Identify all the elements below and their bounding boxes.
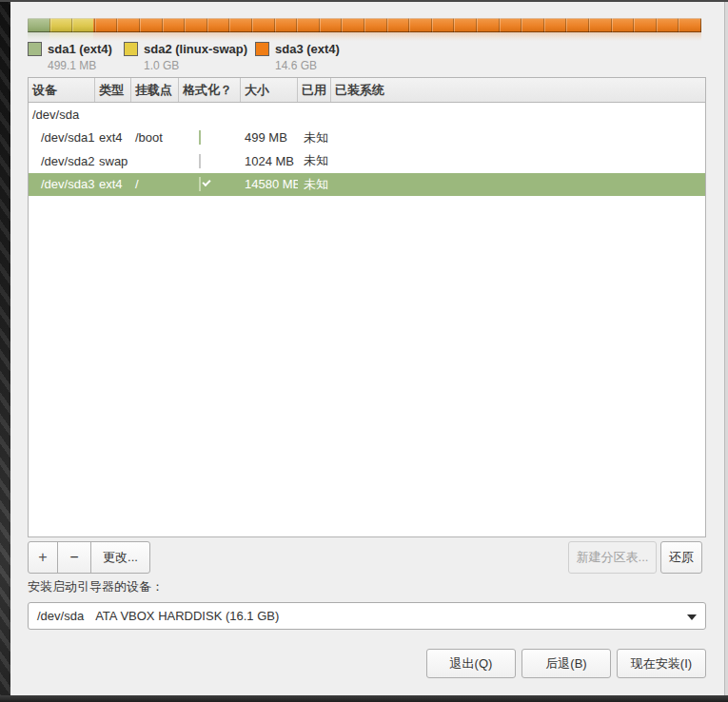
column-header-size[interactable]: 大小 xyxy=(241,78,298,102)
legend-label: sda1 (ext4) xyxy=(48,42,112,56)
cell-type: ext4 xyxy=(95,177,131,191)
legend-item-sda1: sda1 (ext4) 499.1 MB xyxy=(28,41,112,72)
partition-bar-cell-lines xyxy=(28,18,701,32)
column-header-used[interactable]: 已用 xyxy=(298,78,331,102)
partition-usage-bar xyxy=(28,18,701,32)
revert-button[interactable]: 还原 xyxy=(660,541,702,574)
column-header-type[interactable]: 类型 xyxy=(95,78,131,102)
back-button[interactable]: 后退(B) xyxy=(521,649,611,678)
table-row-sda2[interactable]: /dev/sda2 swap 1024 MB 未知 xyxy=(29,149,705,173)
cell-size: 1024 MB xyxy=(241,154,298,168)
dropdown-selected-device: /dev/sda xyxy=(37,609,84,623)
cell-mount: /boot xyxy=(131,130,179,145)
column-header-device[interactable]: 设备 xyxy=(29,78,95,102)
legend-label: sda2 (linux-swap) xyxy=(144,42,247,56)
install-now-button[interactable]: 现在安装(I) xyxy=(617,649,706,678)
quit-button[interactable]: 退出(Q) xyxy=(426,649,516,678)
change-partition-button[interactable]: 更改... xyxy=(90,541,150,574)
desktop-left-edge xyxy=(0,2,10,702)
legend-size: 1.0 GB xyxy=(144,59,247,72)
cell-type: ext4 xyxy=(95,130,131,145)
column-header-system[interactable]: 已装系统 xyxy=(331,78,705,102)
partition-table: 设备 类型 挂载点 格式化？ 大小 已用 已装系统 /dev/sda /dev/… xyxy=(28,77,706,537)
table-row-sda3-selected[interactable]: /dev/sda3 ext4 / 14580 MB 未知 xyxy=(29,173,705,197)
column-header-mount[interactable]: 挂载点 xyxy=(131,78,179,102)
cell-size: 14580 MB xyxy=(241,177,298,191)
partition-edit-button-group: + − 更改... xyxy=(28,541,150,574)
bootloader-device-label: 安装启动引导器的设备： xyxy=(28,578,164,595)
legend-item-sda2: sda2 (linux-swap) 1.0 GB xyxy=(124,41,247,72)
cell-device: /dev/sda1 xyxy=(29,130,95,145)
cell-device: /dev/sda xyxy=(29,107,238,122)
cell-device: /dev/sda3 xyxy=(29,177,95,191)
legend-size: 14.6 GB xyxy=(275,59,340,72)
chevron-down-icon xyxy=(687,614,697,620)
cell-device: /dev/sda2 xyxy=(29,154,95,168)
format-checkbox-checked[interactable] xyxy=(199,130,201,145)
column-header-format[interactable]: 格式化？ xyxy=(179,78,241,102)
legend-size: 499.1 MB xyxy=(48,59,112,72)
bootloader-device-dropdown[interactable]: /dev/sda ATA VBOX HARDDISK (16.1 GB) xyxy=(28,602,706,630)
table-row-disk-sda[interactable]: /dev/sda xyxy=(29,103,705,127)
window-right-edge xyxy=(724,2,728,695)
new-partition-table-button[interactable]: 新建分区表... xyxy=(568,541,657,574)
table-row-sda1[interactable]: /dev/sda1 ext4 /boot 499 MB 未知 xyxy=(29,127,705,150)
add-partition-button[interactable]: + xyxy=(28,541,58,574)
legend-swatch-sda2 xyxy=(124,42,138,56)
window-top-edge xyxy=(0,0,728,2)
format-checkbox-unchecked[interactable] xyxy=(199,154,201,168)
cell-used: 未知 xyxy=(298,152,331,169)
cell-type: swap xyxy=(95,154,131,168)
legend-label: sda3 (ext4) xyxy=(275,42,340,56)
window-bottom-edge xyxy=(0,695,728,702)
cell-mount: / xyxy=(131,177,179,191)
table-header: 设备 类型 挂载点 格式化？ 大小 已用 已装系统 xyxy=(29,78,705,103)
legend-swatch-sda3 xyxy=(255,42,269,56)
remove-partition-button[interactable]: − xyxy=(57,541,91,574)
cell-used: 未知 xyxy=(298,129,331,146)
format-checkbox-checked[interactable] xyxy=(199,177,201,191)
legend-swatch-sda1 xyxy=(28,42,42,56)
legend-item-sda3: sda3 (ext4) 14.6 GB xyxy=(255,41,340,72)
dropdown-selected-description: ATA VBOX HARDDISK (16.1 GB) xyxy=(95,609,279,623)
cell-size: 499 MB xyxy=(241,130,298,145)
cell-used: 未知 xyxy=(298,176,331,193)
